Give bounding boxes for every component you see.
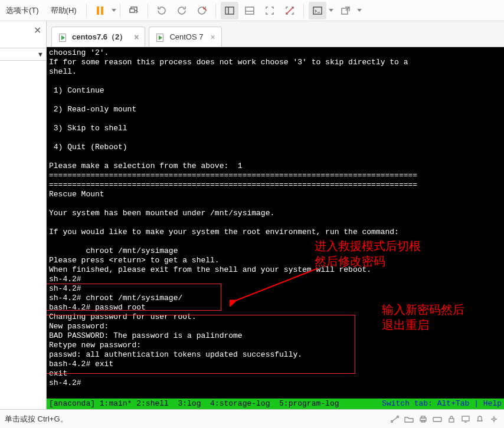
command-window-button[interactable] (309, 2, 326, 19)
popout-caret[interactable] (357, 9, 362, 12)
close-icon[interactable]: × (210, 32, 215, 42)
command-window-caret[interactable] (329, 9, 333, 12)
layout-focus-off-button[interactable] (281, 2, 299, 19)
pause-dropdown-caret[interactable] (112, 9, 116, 12)
menu-help[interactable]: 帮助(H) (45, 0, 83, 21)
terminal-icon (58, 32, 67, 42)
status-text: 单击或按 Ctrl+G。 (5, 414, 68, 424)
terminal-status-line: [anaconda] 1:main* 2:shell 3:log 4:stora… (47, 399, 504, 409)
panel-close-icon[interactable]: ✕ (0, 21, 46, 38)
svg-rect-22 (462, 416, 469, 421)
annotation-arrow (230, 265, 324, 307)
tab-centos76-2[interactable]: centos7.6（2） × (51, 27, 145, 47)
menu-tabs[interactable]: 选项卡(T) (0, 0, 45, 21)
svg-rect-15 (421, 416, 425, 418)
annotation-text-2: 输入新密码然后 退出重启 (382, 302, 464, 332)
history-back-button[interactable] (153, 2, 171, 19)
left-panel: ✕ ▼ (0, 21, 47, 409)
status-bar: 单击或按 Ctrl+G。 (0, 409, 504, 428)
keyboard-icon[interactable] (432, 414, 443, 424)
printer-icon[interactable] (418, 414, 428, 424)
svg-rect-2 (130, 9, 135, 12)
terminal-icon (155, 32, 165, 42)
menu-help-label: 帮助(H) (51, 5, 77, 16)
tab-label: centos7.6（2） (72, 32, 127, 42)
close-icon[interactable]: × (134, 32, 139, 42)
separator (303, 4, 304, 18)
svg-rect-17 (433, 417, 441, 422)
svg-line-11 (235, 268, 318, 301)
separator (148, 4, 148, 18)
svg-rect-1 (101, 6, 103, 15)
bell-icon[interactable] (474, 414, 485, 424)
layout-focus-button[interactable] (261, 2, 279, 19)
layout-sidebar-button[interactable] (221, 2, 238, 19)
layout-bottom-button[interactable] (241, 2, 258, 19)
annotation-text-1: 进入救援模式后切根 然后修改密码 (315, 238, 421, 269)
svg-line-8 (286, 7, 293, 14)
chevron-down-icon: ▼ (37, 51, 44, 58)
terminal-output: choosing '2'. If for some reason this pr… (49, 48, 502, 388)
pause-button[interactable] (91, 2, 109, 19)
svg-rect-21 (449, 419, 454, 422)
svg-rect-0 (97, 6, 99, 15)
lock-icon[interactable] (446, 414, 457, 424)
history-forward-button[interactable] (173, 2, 191, 19)
separator (86, 4, 87, 18)
content-area: centos7.6（2） × CentOS 7 × choosing '2'. … (47, 21, 504, 409)
svg-rect-4 (225, 7, 234, 14)
tab-label: CentOS 7 (169, 32, 203, 41)
popout-button[interactable] (337, 2, 355, 19)
terminal-view[interactable]: choosing '2'. If for some reason this pr… (47, 47, 504, 409)
status-icons (390, 414, 499, 424)
separator (215, 4, 216, 18)
folder-icon[interactable] (404, 414, 414, 424)
send-command-button[interactable] (125, 2, 143, 19)
monitor-icon[interactable] (460, 414, 471, 424)
svg-rect-6 (246, 7, 254, 14)
terminal-status-left: [anaconda] 1:main* 2:shell 3:log 4:stora… (49, 399, 339, 409)
menu-tabs-label: 选项卡(T) (6, 5, 39, 16)
tab-centos7[interactable]: CentOS 7 × (149, 27, 221, 47)
separator (120, 4, 120, 18)
network-icon[interactable] (390, 414, 400, 424)
session-tab-bar: centos7.6（2） × CentOS 7 × (47, 21, 504, 47)
history-clear-button[interactable] (193, 2, 211, 19)
settings-icon[interactable] (489, 414, 499, 424)
main-row: ✕ ▼ centos7.6（2） × CentOS 7 × choosing '… (0, 21, 504, 409)
terminal-status-right: Switch tab: Alt+Tab | Help (382, 399, 504, 409)
svg-point-24 (493, 418, 495, 420)
svg-rect-9 (313, 7, 322, 14)
top-toolbar: 选项卡(T) 帮助(H) (0, 0, 504, 21)
panel-combo[interactable]: ▼ (0, 48, 46, 61)
